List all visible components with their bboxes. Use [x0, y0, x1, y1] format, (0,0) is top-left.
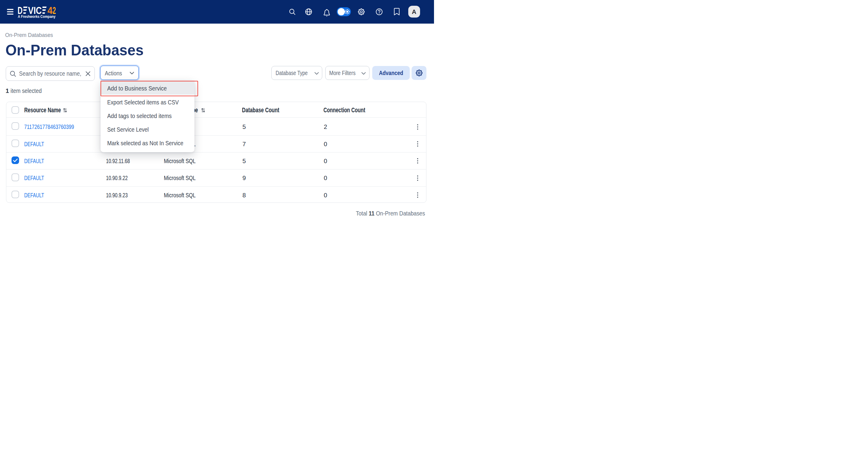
svg-text:A Freshworks Company: A Freshworks Company	[18, 14, 56, 19]
